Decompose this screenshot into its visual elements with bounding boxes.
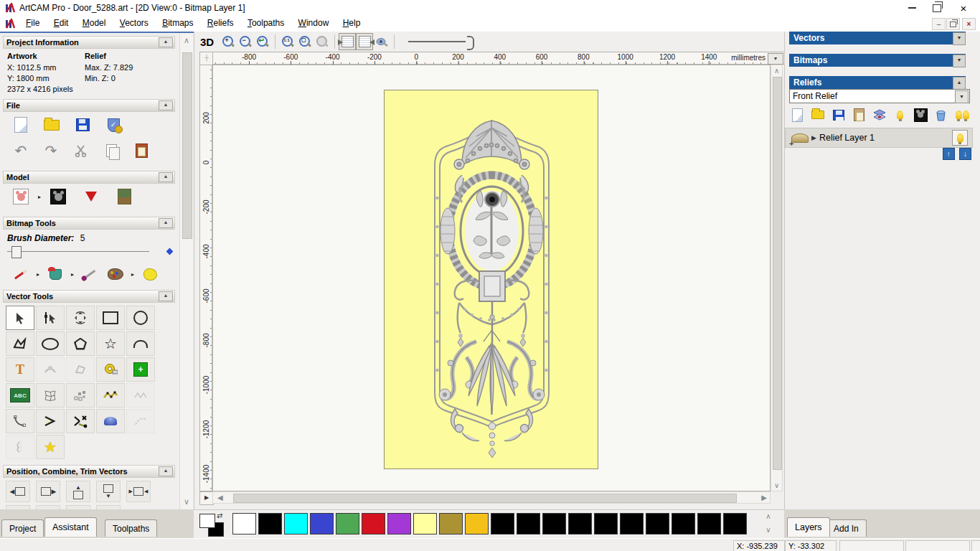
new-model-button[interactable] [10,115,32,135]
relief-layer-row[interactable]: ▶ Relief Layer 1 [785,128,973,148]
reliefs-panel-header[interactable]: Reliefs [789,76,966,89]
zoom-in-button[interactable]: + [220,33,237,50]
palette-swatch[interactable] [310,513,334,534]
section-header-bitmap-tools[interactable]: Bitmap Tools ▲ [3,217,175,230]
section-header-position-combine[interactable]: Position, Combine, Trim Vectors ▲ [3,465,175,478]
open-relief-button[interactable] [811,108,826,122]
swap-colours-icon[interactable]: ⇄ [217,512,222,519]
palette-swatch[interactable] [284,513,308,534]
envelope-distort-tool[interactable] [36,383,65,408]
create-polygon-tool[interactable] [66,331,95,356]
save-relief-button[interactable] [831,108,846,122]
create-rectangle-tool[interactable] [96,306,125,330]
paste-button[interactable] [131,141,152,161]
redo-button[interactable]: ↷ [40,141,62,161]
palette-swatch[interactable] [697,513,721,534]
greyscale-view-button[interactable] [913,108,928,122]
align-bottom-button[interactable]: ▼ [96,481,121,502]
palette-swatch[interactable] [723,513,747,534]
trim-vectors-tool[interactable] [66,409,95,433]
menu-vectors[interactable]: Vectors [114,16,154,30]
center-horizontal-button[interactable]: ▶◀ [126,481,151,502]
import-relief-button[interactable] [852,108,867,122]
paint-tool-button[interactable] [10,264,32,284]
tab-project[interactable]: Project [1,519,44,537]
colour-indicator[interactable]: ⇄ [199,514,228,537]
collapse-icon[interactable]: ▲ [159,100,173,110]
menu-model[interactable]: Model [77,16,112,30]
palette-swatch[interactable] [594,513,618,534]
toggle-layer-visibility-button[interactable] [893,108,908,122]
section-header-vector-tools[interactable]: Vector Tools ▲ [3,290,175,303]
palette-swatch[interactable] [439,513,463,534]
primary-colour-swatch[interactable] [199,514,215,528]
palette-scroll-down-icon[interactable]: ∨ [763,526,774,534]
collapse-icon[interactable]: ▲ [159,172,173,182]
create-star-tool[interactable]: ☆ [96,331,125,356]
menu-reliefs[interactable]: Reliefs [202,16,240,30]
flyout-arrow-icon[interactable]: ▸ [71,271,74,278]
palette-swatch[interactable] [646,513,669,534]
undo-button[interactable]: ↶ [10,141,32,161]
create-text-tool[interactable]: T [6,357,34,382]
move-layer-up-button[interactable]: ↑ [943,148,955,160]
move-layer-down-button[interactable]: ↓ [959,148,971,160]
lighting-button[interactable] [80,187,102,207]
flyout-arrow-icon[interactable]: ▸ [131,271,134,278]
menu-file[interactable]: File [20,16,45,30]
line-width-slider[interactable] [408,36,476,47]
palette-swatch[interactable] [491,513,514,534]
layer-name[interactable]: Relief Layer 1 [819,133,875,143]
slider-handle[interactable] [467,36,474,50]
zoom-out-button[interactable]: − [237,33,254,50]
menu-bitmaps[interactable]: Bitmaps [156,16,199,30]
create-polyline-tool[interactable] [6,331,34,356]
drawing-viewport[interactable] [212,65,771,491]
fit-curve-tool[interactable] [96,383,125,408]
scroll-left-icon[interactable]: ◀ [217,494,223,501]
align-left-button[interactable]: ◀ [6,481,30,502]
flyout-arrow-icon[interactable]: ▸ [37,271,39,278]
mdi-restore-button[interactable] [946,18,960,30]
close-button[interactable]: × [953,1,974,14]
section-header-project-information[interactable]: Project Information ▲ [3,36,175,49]
ruler-origin-button[interactable]: ┼ [199,52,214,66]
palette-swatch[interactable] [620,513,644,534]
brush-diameter-slider[interactable] [7,246,172,258]
scrollbar-thumb[interactable] [182,52,192,239]
tab-layers[interactable]: Layers [787,517,830,537]
vectors-expand-button[interactable]: ▼ [953,32,966,45]
extrude-tool[interactable] [96,409,125,433]
scrollbar-thumb[interactable] [773,77,782,470]
slider-thumb[interactable] [11,246,22,258]
palette-swatch[interactable] [232,513,256,534]
flyout-arrow-icon[interactable]: ▸ [38,194,41,200]
menu-help[interactable]: Help [337,16,367,30]
tab-toolpaths[interactable]: Toolpaths [105,519,157,537]
previous-bitmap-layer-button[interactable] [339,33,356,50]
restore-button[interactable] [926,1,948,14]
paste-special-tool[interactable]: + [126,357,155,382]
relief-layer-select[interactable]: Front Relief ▼ [789,89,970,103]
ruler-units-button[interactable]: ▼ [768,53,783,65]
minimize-button[interactable] [901,1,923,14]
menu-toolpaths[interactable]: Toolpaths [242,16,290,30]
create-circle-tool[interactable] [126,306,155,330]
colour-picker-button[interactable] [79,264,100,284]
select-vectors-tool[interactable] [6,306,34,330]
cut-button[interactable] [70,141,92,161]
create-ellipse-tool[interactable] [36,331,65,356]
align-right-button[interactable]: ▶ [36,481,60,502]
create-arc-tool[interactable] [126,331,155,356]
palette-swatch[interactable] [258,513,282,534]
scroll-down-icon[interactable]: ∨ [180,497,193,507]
expand-layer-icon[interactable]: ▶ [811,134,816,141]
canvas-v-scrollbar[interactable]: ∧ ∨ [771,65,783,491]
node-editing-tool[interactable] [36,306,65,330]
section-header-model[interactable]: Model ▲ [3,171,175,184]
fillet-tool[interactable] [6,409,34,433]
tab-add-in[interactable]: Add In [826,519,867,537]
save-model-button[interactable] [72,115,93,135]
collapse-icon[interactable]: ▲ [159,291,173,301]
show-all-layers-button[interactable] [955,108,971,122]
